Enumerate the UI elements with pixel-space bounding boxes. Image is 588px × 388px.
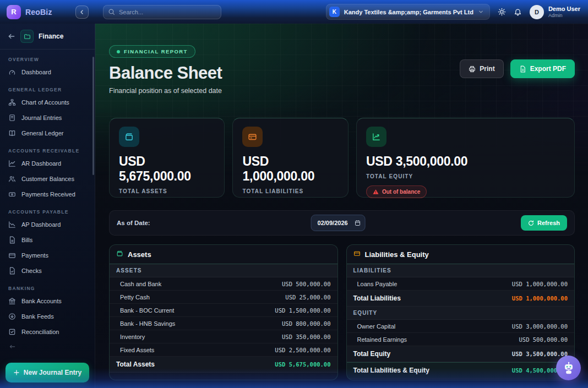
sidebar-item-reconciliation[interactable]: Reconciliation xyxy=(0,324,95,340)
assets-table-title: Assets xyxy=(128,250,151,259)
sidebar-collapse-button[interactable] xyxy=(75,6,89,19)
chevron-down-icon xyxy=(478,9,484,15)
total-assets-row: Total AssetsUSD 5,675,000.00 xyxy=(110,357,337,373)
chat-assistant-button[interactable] xyxy=(556,356,581,380)
table-row[interactable]: Fixed AssetsUSD 2,500,000.00 xyxy=(110,343,337,357)
total-assets-value: USD 5,675,000.00 xyxy=(119,154,215,184)
company-selector[interactable]: K Kandy Textiles &amp;amp; Garments Pvt … xyxy=(326,4,490,20)
sidebar-item-general-ledger[interactable]: General Ledger xyxy=(0,125,95,141)
wallet-icon xyxy=(116,249,123,259)
brand-zone: R ReoBiz xyxy=(0,5,95,19)
plus-icon xyxy=(13,369,20,376)
main-content: FINANCIAL REPORT Balance Sheet Financial… xyxy=(95,24,588,388)
transfer-arrow-icon xyxy=(8,343,16,351)
user-role: Admin xyxy=(548,13,580,18)
brand-name: ReoBiz xyxy=(25,8,71,17)
table-row[interactable]: Bank - BOC CurrentUSD 1,500,000.00 xyxy=(110,304,337,317)
sidebar-item-ar-dashboard[interactable]: AR Dashboard xyxy=(0,156,95,171)
back-button[interactable] xyxy=(8,32,15,40)
module-header: Finance xyxy=(0,24,95,50)
sidebar-item-customer-balances[interactable]: Customer Balances xyxy=(0,171,95,187)
new-journal-entry-button[interactable]: New Journal Entry xyxy=(6,363,89,382)
total-equity-card: USD 3,500,000.00 TOTAL EQUITY Out of bal… xyxy=(356,118,575,198)
page-subtitle: Financial position as of selected date xyxy=(109,87,574,95)
table-row[interactable]: Cash and BankUSD 500,000.00 xyxy=(110,277,337,291)
theme-toggle-button[interactable] xyxy=(498,8,506,16)
sidebar: Finance OVERVIEW Dashboard GENERAL LEDGE… xyxy=(0,24,95,388)
report-type-badge: FINANCIAL REPORT xyxy=(109,45,195,58)
table-row[interactable]: InventoryUSD 350,000.00 xyxy=(110,330,337,343)
calendar-icon[interactable] xyxy=(355,220,361,226)
header-actions: Print Export PDF xyxy=(460,59,575,78)
avatar: D xyxy=(530,5,544,19)
out-of-balance-badge: Out of balance xyxy=(366,185,427,198)
table-row[interactable]: Owner CapitalUSD 3,000,000.00 xyxy=(347,320,575,333)
filter-bar: As of Date: Refresh xyxy=(109,210,575,236)
sidebar-item-chart-of-accounts[interactable]: Chart of Accounts xyxy=(0,95,95,110)
table-row[interactable]: Retained EarningsUSD 500,000.00 xyxy=(347,333,575,346)
feed-icon xyxy=(8,313,16,320)
sidebar-item-ap-dashboard[interactable]: AP Dashboard xyxy=(0,217,95,232)
credit-card-icon xyxy=(8,252,16,259)
total-assets-label: TOTAL ASSETS xyxy=(119,188,215,194)
sidebar-item-checks[interactable]: Checks xyxy=(0,263,95,278)
brand-logo: R xyxy=(7,5,21,19)
badge-dot-icon xyxy=(117,50,120,53)
user-name: Demo User xyxy=(548,6,580,13)
sidebar-item-bills[interactable]: Bills xyxy=(0,232,95,248)
sidebar-item-payments-received[interactable]: Payments Received xyxy=(0,187,95,202)
sidebar-section-accounts-receivable: ACCOUNTS RECEIVABLE xyxy=(8,148,86,154)
trend-chart-icon xyxy=(366,127,386,147)
sidebar-item-payments[interactable]: Payments xyxy=(0,248,95,263)
total-liabilities-label: TOTAL LIABILITIES xyxy=(242,188,338,194)
folder-icon xyxy=(20,30,34,43)
sitemap-icon xyxy=(8,99,16,106)
topbar-right: K Kandy Textiles &amp;amp; Garments Pvt … xyxy=(326,4,588,20)
notifications-button[interactable] xyxy=(514,8,522,16)
app-window: R ReoBiz K Kandy Textiles &amp;amp; Garm… xyxy=(0,0,588,388)
total-liabilities-value: USD 1,000,000.00 xyxy=(242,154,338,184)
table-row[interactable]: Petty CashUSD 25,000.00 xyxy=(110,291,337,304)
pdf-file-icon xyxy=(519,65,526,73)
export-pdf-button[interactable]: Export PDF xyxy=(510,59,575,78)
file-icon xyxy=(8,236,16,244)
as-of-date-label: As of Date: xyxy=(117,220,150,226)
search-input[interactable] xyxy=(103,5,221,19)
liabilities-equity-table: Liabilities & Equity LIABILITIES Loans P… xyxy=(346,244,575,380)
credit-card-icon xyxy=(353,249,361,259)
sidebar-item-bank-feeds[interactable]: Bank Feeds xyxy=(0,309,95,324)
liabilities-table-title: Liabilities & Equity xyxy=(365,250,429,259)
total-assets-card: USD 5,675,000.00 TOTAL ASSETS xyxy=(109,118,225,198)
page-header: FINANCIAL REPORT Balance Sheet Financial… xyxy=(95,24,588,95)
total-liabilities-row: Total LiabilitiesUSD 1,000,000.00 xyxy=(347,291,575,307)
user-menu[interactable]: D Demo User Admin xyxy=(530,5,580,19)
sidebar-scrollbar[interactable] xyxy=(92,57,94,175)
print-button[interactable]: Print xyxy=(460,59,503,78)
file-check-icon xyxy=(8,267,16,275)
section-header: EQUITY xyxy=(347,307,575,320)
table-row[interactable]: Bank - HNB SavingsUSD 800,000.00 xyxy=(110,317,337,330)
top-bar: R ReoBiz K Kandy Textiles &amp;amp; Garm… xyxy=(0,0,588,24)
table-row[interactable]: Loans PayableUSD 1,000,000.00 xyxy=(347,277,575,291)
credit-card-icon xyxy=(242,127,263,147)
stat-cards: USD 5,675,000.00 TOTAL ASSETS USD 1,000,… xyxy=(109,118,575,198)
sidebar-section-overview: OVERVIEW xyxy=(8,57,86,62)
sidebar-item-bank-accounts[interactable]: Bank Accounts xyxy=(0,293,95,309)
total-equity-label: TOTAL EQUITY xyxy=(366,173,565,179)
sidebar-item-dashboard[interactable]: Dashboard xyxy=(0,64,95,80)
chart-up-icon xyxy=(8,160,16,167)
sidebar-item-journal-entries[interactable]: Journal Entries xyxy=(0,110,95,125)
gauge-icon xyxy=(8,68,16,76)
refresh-icon xyxy=(528,220,534,226)
liabilities-table-header: Liabilities & Equity xyxy=(347,245,575,264)
total-liabilities-card: USD 1,000,000.00 TOTAL LIABILITIES xyxy=(232,118,348,198)
total-equity-value: USD 3,500,000.00 xyxy=(366,154,565,169)
sidebar-item-partial[interactable] xyxy=(0,340,95,355)
balance-sheet-tables: Assets ASSETS Cash and BankUSD 500,000.0… xyxy=(109,244,575,380)
section-header: LIABILITIES xyxy=(347,264,575,277)
refresh-button[interactable]: Refresh xyxy=(521,215,567,231)
company-badge: K xyxy=(329,7,340,17)
bank-icon xyxy=(8,297,16,305)
bell-icon xyxy=(514,8,522,16)
assets-table: Assets ASSETS Cash and BankUSD 500,000.0… xyxy=(109,244,338,380)
